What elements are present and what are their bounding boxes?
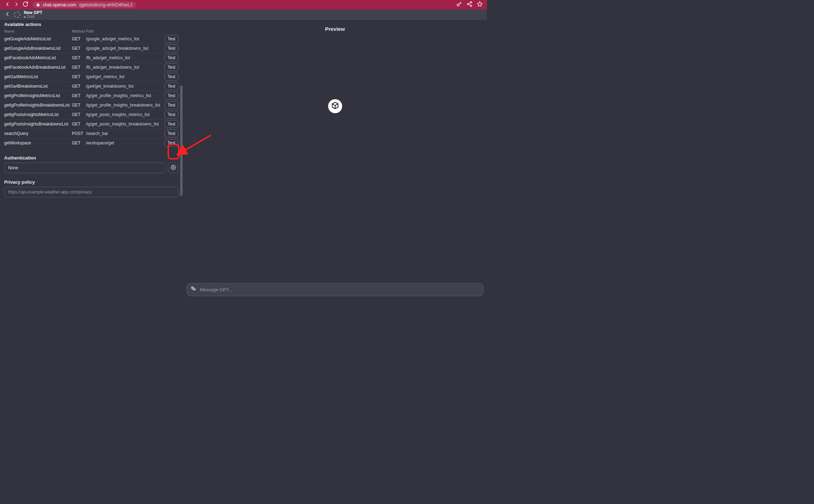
available-actions-heading: Available actions xyxy=(4,22,178,27)
action-method: GET xyxy=(72,46,86,51)
column-header-name: Name xyxy=(4,29,72,33)
action-path: /fb_ads/get_metrics_list xyxy=(86,55,164,60)
svg-line-5 xyxy=(469,5,470,6)
action-row: getIgPostsInsightsMetricsListGET/ig/get_… xyxy=(4,110,178,119)
action-method: GET xyxy=(72,122,86,127)
key-icon[interactable] xyxy=(456,1,462,9)
action-method: GET xyxy=(72,65,86,70)
privacy-policy-heading: Privacy policy xyxy=(4,179,178,185)
star-icon[interactable] xyxy=(477,1,483,8)
message-input-bar[interactable] xyxy=(186,283,483,296)
action-row: getFacebookAdsMetricsListGET/fb_ads/get_… xyxy=(4,53,178,62)
action-path: /ig/get_posts_insights_breakdowns_list xyxy=(86,122,164,127)
action-name: getGa4BreakdownsList xyxy=(4,84,72,89)
scrollbar-thumb[interactable] xyxy=(180,86,183,196)
svg-marker-6 xyxy=(477,1,482,6)
action-name: getGoogleAdsMetricsList xyxy=(4,36,72,41)
column-header-path: Path xyxy=(86,29,164,33)
action-path: /ga4/get_metrics_list xyxy=(86,74,164,79)
cube-icon xyxy=(331,102,339,111)
test-button[interactable]: Test xyxy=(164,111,178,118)
svg-line-4 xyxy=(469,3,470,4)
action-row: getGoogleAdsBreakdownsListGET/google_ads… xyxy=(4,43,178,53)
column-header-method: Method xyxy=(72,29,86,33)
test-button[interactable]: Test xyxy=(164,101,178,109)
preview-heading: Preview xyxy=(183,26,487,32)
action-method: GET xyxy=(72,84,86,89)
authentication-settings-button[interactable] xyxy=(168,163,178,173)
test-button[interactable]: Test xyxy=(164,45,178,52)
test-button[interactable]: Test xyxy=(164,92,178,100)
browser-back-icon[interactable] xyxy=(4,1,11,9)
actions-table: Name Method Path getGoogleAdsMetricsList… xyxy=(4,28,178,148)
action-method: GET xyxy=(72,112,86,117)
preview-panel: Preview xyxy=(183,20,487,301)
gpt-draft-status: Draft xyxy=(24,15,42,19)
action-path: /workspace/get xyxy=(86,141,164,145)
action-row: getGoogleAdsMetricsListGET/google_ads/ge… xyxy=(4,34,178,43)
action-name: searchQuery xyxy=(4,131,72,136)
app-header: New GPT Draft xyxy=(0,9,487,20)
test-button[interactable]: Test xyxy=(164,120,178,128)
authentication-heading: Authentication xyxy=(4,155,178,161)
action-row: getWorkspaceGET/workspace/getTest xyxy=(4,138,178,148)
share-icon[interactable] xyxy=(467,1,473,8)
action-name: getGa4MetricsList xyxy=(4,74,72,79)
privacy-policy-section: Privacy policy xyxy=(4,178,178,197)
action-row: getIgProfileInsightsBreakdownsListGET/ig… xyxy=(4,100,178,110)
action-method: GET xyxy=(72,93,86,98)
action-row: getIgPostsInsightsBreakdownsListGET/ig/g… xyxy=(4,119,178,129)
test-button[interactable]: Test xyxy=(164,82,178,90)
authentication-section: Authentication None xyxy=(4,154,178,173)
configure-panel: Available actions Name Method Path getGo… xyxy=(0,20,183,301)
action-name: getWorkspace xyxy=(4,141,72,145)
test-button[interactable]: Test xyxy=(164,139,178,147)
action-row: searchQueryPOST/search_barTest xyxy=(4,129,178,138)
svg-point-7 xyxy=(172,166,174,168)
attachment-icon[interactable] xyxy=(190,286,196,293)
action-method: POST xyxy=(72,131,86,136)
status-dot-icon xyxy=(24,16,26,18)
test-button[interactable]: Test xyxy=(164,54,178,62)
action-path: /ig/get_posts_insights_metrics_list xyxy=(86,112,164,117)
browser-url-bar[interactable]: chat.openai.com/gpts/editor/g-eHhD4NwL2 xyxy=(33,1,136,8)
action-row: getFacebookAdsBreakdownsListGET/fb_ads/g… xyxy=(4,62,178,72)
test-button[interactable]: Test xyxy=(164,73,178,81)
action-row: getIgProfileInsightsMetricsListGET/ig/ge… xyxy=(4,91,178,100)
lock-icon xyxy=(36,3,40,7)
browser-url-path: /gpts/editor/g-eHhD4NwL2 xyxy=(79,2,133,7)
action-name: getIgProfileInsightsBreakdownsList xyxy=(4,103,72,108)
browser-url-host: chat.openai.com xyxy=(43,2,76,7)
authentication-value[interactable]: None xyxy=(4,163,166,173)
browser-reload-icon[interactable] xyxy=(22,1,28,8)
action-name: getFacebookAdsMetricsList xyxy=(4,55,72,60)
action-method: GET xyxy=(72,36,86,41)
test-button[interactable]: Test xyxy=(164,35,178,43)
action-name: getGoogleAdsBreakdownsList xyxy=(4,46,72,51)
message-input[interactable] xyxy=(200,287,480,292)
scrollbar-track xyxy=(180,20,183,301)
back-button[interactable] xyxy=(4,11,11,19)
gpt-avatar-placeholder xyxy=(14,12,20,18)
gear-icon xyxy=(171,165,176,171)
action-path: /google_ads/get_metrics_list xyxy=(86,36,164,41)
action-path: /ig/get_profile_insights_breakdowns_list xyxy=(86,103,164,108)
action-name: getIgPostsInsightsBreakdownsList xyxy=(4,122,72,127)
action-name: getIgPostsInsightsMetricsList xyxy=(4,112,72,117)
action-method: GET xyxy=(72,55,86,60)
browser-forward-icon[interactable] xyxy=(13,1,20,9)
action-path: /ga4/get_breakdowns_list xyxy=(86,84,164,89)
action-path: /ig/get_profile_insights_metrics_list xyxy=(86,93,164,98)
action-method: GET xyxy=(72,74,86,79)
browser-toolbar: chat.openai.com/gpts/editor/g-eHhD4NwL2 xyxy=(0,0,487,9)
privacy-policy-input[interactable] xyxy=(4,187,178,197)
action-method: GET xyxy=(72,103,86,108)
test-button[interactable]: Test xyxy=(164,130,178,137)
action-row: getGa4BreakdownsListGET/ga4/get_breakdow… xyxy=(4,81,178,91)
action-name: getFacebookAdsBreakdownsList xyxy=(4,65,72,70)
action-name: getIgProfileInsightsMetricsList xyxy=(4,93,72,98)
gpt-avatar-badge xyxy=(328,99,342,113)
action-method: GET xyxy=(72,141,86,145)
action-path: /fb_ads/get_breakdowns_list xyxy=(86,65,164,70)
test-button[interactable]: Test xyxy=(164,63,178,71)
